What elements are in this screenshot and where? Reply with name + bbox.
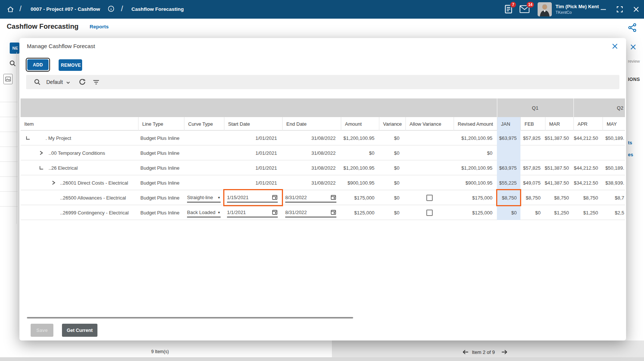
expand-icon[interactable] [51,180,56,185]
info-icon[interactable] [108,5,115,12]
end-date-cell: 31/08/2022 [282,131,341,145]
amount-cell: $1,200,100.95 [341,160,379,175]
month-cell-jan: $8,750 [497,190,520,205]
table-row[interactable]: ..26500 Allowances - ElectricalBudget Pl… [21,190,625,205]
item-label: . My Project [46,135,71,141]
minimize-icon[interactable] [600,6,607,13]
manage-cashflow-forecast-dialog: Manage Cashflow Forecast ADD REMOVE Defa… [19,38,626,340]
table-row[interactable]: ..00 Temporary ConditionsBudget Plus Inl… [21,145,625,160]
new-button-fragment[interactable]: NE [10,43,19,54]
column-header-line-type[interactable]: Line Type [138,117,184,131]
month-cell-jan: $0 [497,205,520,220]
month-cell-may: $50,189. [603,160,625,175]
item-label: ..00 Temporary Conditions [49,150,105,156]
group-header-q1: Q1 [497,98,573,117]
item-label: ..26500 Allowances - Electrical [60,195,126,201]
column-header-apr[interactable]: APR [573,117,603,131]
month-cell-feb [520,145,545,160]
column-header-curve-type[interactable]: Curve Type [184,117,224,131]
line-type-cell: Budget Plus Inline [138,205,184,220]
month-cell-apr: $8,750 [573,190,603,205]
user-name[interactable]: Tim (Pick Me) Kent [556,4,599,9]
filter-icon[interactable] [93,79,100,85]
calendar-icon[interactable] [272,194,278,200]
save-button[interactable]: Save [31,324,53,337]
amount-cell: $175,000 [341,190,379,205]
expand-icon[interactable] [38,150,44,156]
get-current-button[interactable]: Get Current [62,324,97,337]
fragment-caps: IONS [628,77,640,82]
home-icon[interactable] [7,6,14,13]
remove-button[interactable]: REMOVE [59,59,82,71]
view-selector[interactable]: Default [46,79,63,85]
refresh-icon[interactable] [78,78,86,86]
calendar-icon[interactable] [330,209,336,215]
column-header-amount[interactable]: Amount [341,117,379,131]
allow-variance-cell [405,205,454,220]
horizontal-scrollbar[interactable] [27,317,353,318]
end-date-value: 8/31/2022 [285,210,307,215]
column-header-start-date[interactable]: Start Date [224,117,282,131]
page-title: Cashflow Forecasting [7,22,78,31]
column-header-mar[interactable]: MAR [545,117,573,131]
collapse-icon[interactable] [25,135,30,141]
allow-variance-checkbox[interactable] [426,210,433,216]
avatar[interactable] [538,2,552,16]
column-header-feb[interactable]: FEB [520,117,545,131]
background-search-icon[interactable] [9,60,16,67]
allow-variance-checkbox[interactable] [426,195,433,201]
month-cell-may: $2,5 [603,205,625,220]
allow-variance-cell [405,175,454,190]
month-cell-apr: $34,212.50 [573,175,603,190]
calendar-icon[interactable] [272,209,278,215]
add-button[interactable]: ADD [27,59,49,70]
column-header-revised-amount[interactable]: Revised Amount [454,117,497,131]
column-header-variance[interactable]: Variance [379,117,405,131]
end-date-cell: 8/31/2022 [282,205,341,220]
end-date-input[interactable]: 8/31/2022 [285,208,336,217]
column-header-item[interactable]: Item [21,117,138,131]
curve-type-select[interactable]: Back Loaded▾ [187,208,221,217]
close-window-icon[interactable] [632,6,640,13]
collapse-icon[interactable] [38,165,44,170]
grid-body: . My ProjectBudget Plus Inline1/01/20213… [21,131,625,220]
table-row[interactable]: ..26 ElectricalBudget Plus Inline1/01/20… [21,160,625,175]
chevron-down-icon[interactable] [66,80,71,85]
amount-cell: $125,000 [341,205,379,220]
breadcrumb-project[interactable]: 0007 - Project #07 - Cashflow [31,6,100,12]
month-cell-may: $8,7 [603,190,625,205]
fullscreen-icon[interactable] [616,6,623,13]
bottom-scrollbar-track[interactable] [0,357,644,361]
table-row[interactable]: ..26999 Contingency - ElectricalBudget P… [21,205,625,220]
pager-prev-icon[interactable] [462,348,469,356]
search-icon[interactable] [34,78,41,86]
pager-next-icon[interactable] [501,348,508,356]
item-cell: . My Project [21,131,138,145]
table-row[interactable]: ..26001 Direct Costs - ElectricalBudget … [21,175,625,190]
breadcrumb-page: Cashflow Forecasting [131,6,184,12]
month-cell-feb: $8,750 [520,190,545,205]
dialog-close-icon[interactable] [611,43,619,50]
month-cell-jan [497,145,520,160]
grid-header-row: ItemLine TypeCurve TypeStart DateEnd Dat… [21,117,625,131]
panel-close-icon[interactable] [629,43,637,51]
forecast-grid: Q1 Q2 ItemLine TypeCurve TypeStart DateE… [21,98,625,220]
start-date-input[interactable]: 1/1/2021 [227,208,278,217]
fragment-link-1[interactable]: ts [628,140,632,145]
image-panel-icon[interactable] [3,74,13,84]
start-date-input[interactable]: 1/15/2021 [227,193,278,203]
breadcrumb-separator: / [19,4,22,13]
calendar-icon[interactable] [330,194,336,200]
table-row[interactable]: . My ProjectBudget Plus Inline1/01/20213… [21,131,625,145]
reports-link[interactable]: Reports [90,24,109,29]
share-icon[interactable] [628,23,637,32]
end-date-input[interactable]: 8/31/2022 [285,193,336,203]
start-date-cell: 1/01/2021 [224,131,282,145]
column-header-allow-variance[interactable]: Allow Variance [405,117,454,131]
curve-type-select[interactable]: Straight-line▾ [187,193,221,203]
column-header-may[interactable]: MAY [603,117,625,131]
start-date-cell: 1/1/2021 [224,205,282,220]
column-header-end-date[interactable]: End Date [282,117,341,131]
column-header-jan[interactable]: JAN [497,117,520,131]
fragment-link-2[interactable]: es [628,152,633,157]
